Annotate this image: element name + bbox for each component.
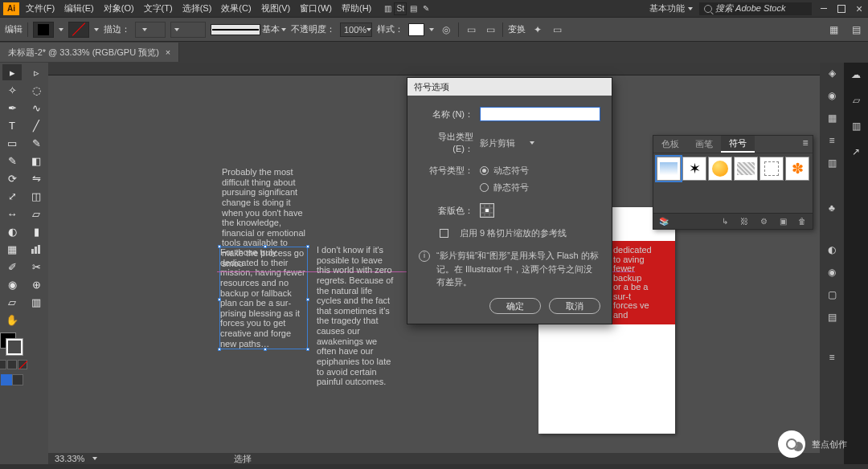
radio-static[interactable]: 静态符号 xyxy=(480,181,529,194)
place-symbol-icon[interactable]: ↳ xyxy=(719,216,731,227)
pen-tool[interactable]: ✒ xyxy=(2,100,22,116)
align-panel-icon[interactable]: ▤ xyxy=(825,310,839,324)
reflect-tool[interactable]: ⇋ xyxy=(27,170,46,186)
curvature-tool[interactable]: ∿ xyxy=(27,100,46,116)
menu-type[interactable]: 文字(T) xyxy=(144,2,173,14)
more-options-icon[interactable]: ▤ xyxy=(849,22,863,37)
lasso-tool[interactable]: ◌ xyxy=(27,82,46,98)
artboard-tool[interactable]: ▱ xyxy=(2,294,22,310)
toolbar-doc-icon[interactable]: ▥ xyxy=(381,2,394,15)
resize-handle[interactable] xyxy=(306,348,309,351)
mesh-tool[interactable]: ▦ xyxy=(2,241,22,257)
menu-file[interactable]: 文件(F) xyxy=(26,2,55,14)
gradient-tool[interactable]: ▮ xyxy=(27,223,46,239)
nine-slice-checkbox[interactable] xyxy=(440,229,448,238)
rect-tool[interactable]: ▭ xyxy=(2,135,22,151)
transparency-icon[interactable]: ◐ xyxy=(825,243,839,257)
selection-tool[interactable]: ▸ xyxy=(2,64,22,80)
swatches-icon[interactable]: ▦ xyxy=(825,111,839,125)
tab-brushes[interactable]: 画笔 xyxy=(687,136,721,153)
line-tool[interactable]: ╱ xyxy=(27,117,46,133)
slice-tool[interactable]: ✂ xyxy=(27,259,46,275)
chevron-down-icon[interactable] xyxy=(59,28,63,31)
resize-handle[interactable] xyxy=(306,245,309,248)
chevron-down-icon[interactable] xyxy=(94,28,99,31)
scale-tool[interactable]: ⤢ xyxy=(2,188,22,204)
stroke-weight-select[interactable] xyxy=(135,22,166,38)
symbol-thumb[interactable] xyxy=(708,157,732,181)
resize-handle[interactable] xyxy=(306,298,309,301)
chevron-down-icon[interactable] xyxy=(92,457,97,460)
perspective-tool[interactable]: ▱ xyxy=(27,206,46,222)
resize-handle[interactable] xyxy=(264,348,267,351)
toolbar-st-icon[interactable]: St xyxy=(394,2,407,15)
ok-button[interactable]: 确定 xyxy=(489,298,541,314)
symbol-thumb[interactable]: ✽ xyxy=(785,157,809,181)
stock-search[interactable]: 搜索 Adobe Stock xyxy=(699,2,812,15)
symbol-thumb[interactable]: ✶ xyxy=(682,157,706,181)
align-icon[interactable]: ▭ xyxy=(464,22,478,37)
type-tool[interactable]: T xyxy=(2,117,22,133)
zoom-tool[interactable]: ⊕ xyxy=(27,276,46,292)
assets-icon[interactable]: ▥ xyxy=(849,119,863,133)
stroke-width-points[interactable] xyxy=(170,22,206,38)
graphic-styles-icon[interactable]: ▢ xyxy=(825,288,839,302)
blend-tool[interactable]: ◉ xyxy=(2,276,22,292)
opacity-field[interactable]: 100% xyxy=(340,22,372,37)
brush-tool[interactable]: ✎ xyxy=(2,153,22,169)
panel-menu-icon[interactable]: ≡ xyxy=(825,350,839,365)
gradient-panel-icon[interactable]: ▥ xyxy=(825,156,839,170)
align-icon2[interactable]: ▭ xyxy=(483,22,497,37)
break-link-icon[interactable]: ⛓ xyxy=(739,216,750,227)
close-icon[interactable]: × xyxy=(166,47,170,57)
registration-grid[interactable] xyxy=(480,203,494,218)
hand-tool[interactable]: ✋ xyxy=(2,312,22,328)
screen-mode[interactable] xyxy=(1,374,23,385)
text-frame-3[interactable]: I don't know if it's possible to leave t… xyxy=(317,245,399,387)
menu-effect[interactable]: 效果(C) xyxy=(221,2,251,14)
brush-preview[interactable]: 基本 xyxy=(211,23,286,35)
menu-edit[interactable]: 编辑(E) xyxy=(64,2,94,14)
symbol-thumb[interactable] xyxy=(734,157,758,181)
isolate-icon[interactable]: ▭ xyxy=(550,22,564,37)
club-icon[interactable]: ♣ xyxy=(825,201,839,215)
radio-dynamic[interactable]: 动态符号 xyxy=(480,165,529,177)
cc-libraries-icon[interactable]: ☁ xyxy=(849,67,863,82)
text-frame-2-selected[interactable]: For those truly dedicated to their missi… xyxy=(220,247,307,349)
tab-swatches[interactable]: 色板 xyxy=(653,136,687,153)
menu-view[interactable]: 视图(V) xyxy=(261,2,291,14)
symbol-lib-icon[interactable]: 📚 xyxy=(658,216,669,227)
direct-selection-tool[interactable]: ▹ xyxy=(27,64,46,80)
menu-select[interactable]: 选择(S) xyxy=(182,2,212,14)
stroke-panel-icon[interactable]: ≡ xyxy=(825,133,839,148)
menu-window[interactable]: 窗口(W) xyxy=(300,2,332,14)
free-transform-tool[interactable]: ◫ xyxy=(27,188,46,204)
color-mode-row[interactable] xyxy=(0,360,27,369)
symbol-options-icon[interactable]: ⚙ xyxy=(758,216,769,227)
resize-handle[interactable] xyxy=(218,245,221,248)
text-frame-4-tiny[interactable]: dedicated to aving fewer backup or a be … xyxy=(613,246,652,320)
panel-menu-icon[interactable]: ≡ xyxy=(798,136,813,150)
toolbar-arrow-icon[interactable]: ✎ xyxy=(420,2,432,15)
toolbar-grid-icon[interactable]: ▤ xyxy=(407,2,420,15)
symbol-thumb[interactable] xyxy=(657,157,681,181)
delete-symbol-icon[interactable]: 🗑 xyxy=(796,216,808,227)
graphic-style-swatch[interactable] xyxy=(408,23,424,36)
workspace-switcher[interactable]: 基本功能 xyxy=(649,2,693,14)
color-picker-icon[interactable]: ◉ xyxy=(825,88,839,103)
appearance-icon[interactable]: ◉ xyxy=(825,265,839,279)
menu-object[interactable]: 对象(O) xyxy=(104,2,134,14)
window-maximize[interactable] xyxy=(836,3,847,14)
arrange-docs-icon[interactable]: ▦ xyxy=(826,22,841,37)
eyedropper-tool[interactable]: ✐ xyxy=(2,259,22,275)
eraser-tool[interactable]: ◧ xyxy=(27,153,46,169)
shaper-tool[interactable]: ✎ xyxy=(27,135,46,151)
fill-stroke-control[interactable] xyxy=(0,332,24,357)
stroke-swatch[interactable] xyxy=(68,22,89,38)
rotate-tool[interactable]: ⟳ xyxy=(2,170,22,186)
resize-handle[interactable] xyxy=(218,298,221,301)
window-close[interactable] xyxy=(854,3,865,14)
width-tool[interactable]: ↔ xyxy=(2,206,22,222)
symbol-thumb[interactable] xyxy=(760,157,784,181)
print-tiling-tool[interactable]: ▥ xyxy=(27,294,46,310)
